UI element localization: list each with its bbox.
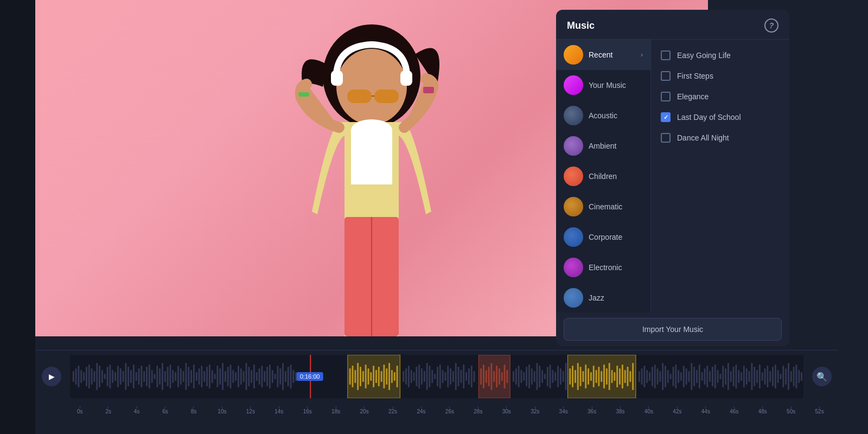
ruler-mark-1: 2s: [94, 406, 122, 414]
svg-rect-220: [673, 367, 674, 386]
svg-rect-110: [375, 370, 377, 383]
ruler-label-21: 42s: [673, 409, 681, 414]
svg-rect-100: [349, 368, 351, 385]
svg-rect-144: [465, 372, 467, 381]
category-item-cinematic[interactable]: Cinematic: [556, 192, 650, 222]
svg-rect-49: [167, 367, 169, 386]
ruler-label-7: 14s: [275, 409, 283, 414]
song-item-dance-all-night[interactable]: Dance All Night: [651, 127, 789, 148]
svg-rect-234: [709, 371, 711, 382]
waveform-track[interactable]: 0:16:00: [70, 355, 803, 398]
help-icon[interactable]: ?: [764, 18, 778, 33]
svg-rect-129: [426, 363, 428, 390]
svg-rect-131: [431, 370, 433, 383]
svg-rect-193: [598, 367, 599, 386]
song-item-elegance[interactable]: Elegance: [651, 86, 789, 107]
svg-rect-53: [177, 366, 179, 387]
svg-rect-48: [164, 371, 166, 382]
search-timeline-button[interactable]: 🔍: [812, 367, 832, 386]
ruler-label-18: 36s: [588, 409, 596, 414]
song-checkbox-last-day-of-school[interactable]: [661, 112, 671, 122]
svg-rect-198: [611, 370, 613, 383]
svg-rect-247: [743, 366, 745, 387]
import-button[interactable]: Import Your Music: [564, 318, 782, 341]
svg-rect-266: [793, 367, 795, 386]
svg-rect-252: [756, 370, 758, 383]
category-item-ambient[interactable]: Ambient: [556, 131, 650, 161]
waveform-svg: [70, 355, 803, 398]
svg-rect-258: [772, 367, 774, 386]
svg-rect-13: [73, 371, 74, 382]
svg-rect-71: [225, 371, 226, 382]
svg-rect-243: [733, 367, 735, 386]
svg-rect-28: [112, 370, 113, 383]
svg-rect-103: [357, 363, 359, 390]
svg-rect-47: [162, 363, 163, 390]
ruler-mark-10: 20s: [350, 406, 378, 414]
ruler-label-13: 26s: [445, 409, 454, 414]
svg-rect-192: [596, 370, 597, 383]
ruler-label-4: 8s: [191, 409, 197, 414]
category-item-acoustic[interactable]: Acoustic: [556, 100, 650, 131]
ruler-mark-20: 40s: [635, 406, 663, 414]
song-item-easy-going-life[interactable]: Easy Going Life: [651, 45, 789, 66]
ruler-label-8: 16s: [303, 409, 312, 414]
svg-rect-169: [536, 363, 538, 390]
ruler-label-11: 22s: [388, 409, 397, 414]
category-item-corporate[interactable]: Corporate: [556, 222, 650, 252]
ruler-mark-23: 46s: [720, 406, 748, 414]
category-item-your-music[interactable]: Your Music: [556, 70, 650, 100]
svg-rect-130: [429, 366, 431, 387]
svg-rect-77: [240, 368, 242, 385]
svg-rect-125: [416, 367, 417, 386]
svg-rect-178: [560, 368, 561, 385]
svg-rect-90: [275, 374, 276, 379]
ruler-label-5: 10s: [218, 409, 226, 414]
svg-rect-155: [496, 366, 497, 387]
sidebar: [0, 0, 35, 434]
svg-rect-73: [230, 365, 232, 388]
ruler-label-14: 28s: [474, 409, 482, 414]
song-list: Easy Going LifeFirst StepsEleganceLast D…: [651, 40, 789, 312]
svg-rect-200: [616, 366, 618, 387]
ruler-label-25: 50s: [787, 409, 795, 414]
svg-rect-142: [460, 370, 462, 383]
svg-rect-136: [444, 372, 446, 381]
ruler-mark-15: 30s: [493, 406, 521, 414]
svg-rect-102: [354, 370, 356, 383]
svg-rect-80: [248, 367, 250, 386]
svg-rect-34: [127, 367, 129, 386]
svg-rect-44: [154, 374, 156, 379]
song-checkbox-dance-all-night[interactable]: [661, 133, 671, 143]
category-item-electronic[interactable]: Electronic: [556, 252, 650, 283]
svg-rect-39: [141, 366, 142, 387]
song-checkbox-easy-going-life[interactable]: [661, 50, 671, 60]
svg-rect-132: [434, 374, 436, 379]
chevron-right-recent: ›: [641, 51, 643, 59]
category-item-recent[interactable]: Recent›: [556, 40, 650, 70]
svg-rect-250: [751, 363, 752, 390]
song-item-first-steps[interactable]: First Steps: [651, 66, 789, 86]
svg-rect-228: [693, 367, 695, 386]
svg-rect-264: [788, 363, 789, 390]
ruler-label-22: 44s: [701, 409, 710, 414]
ruler-mark-16: 32s: [521, 406, 549, 414]
category-icon-electronic: [564, 258, 583, 277]
play-button[interactable]: ▶: [42, 367, 61, 386]
svg-rect-187: [582, 371, 584, 382]
svg-rect-61: [199, 368, 200, 385]
song-item-last-day-of-school[interactable]: Last Day of School: [651, 107, 789, 127]
svg-rect-31: [120, 368, 122, 385]
category-label-cinematic: Cinematic: [589, 202, 622, 211]
svg-rect-29: [114, 372, 116, 381]
song-checkbox-first-steps[interactable]: [661, 71, 671, 81]
song-checkbox-elegance[interactable]: [661, 92, 671, 101]
category-icon-your-music: [564, 75, 583, 95]
category-item-children[interactable]: Children: [556, 161, 650, 192]
category-item-jazz[interactable]: Jazz: [556, 283, 650, 312]
svg-rect-62: [201, 366, 202, 387]
ruler-label-23: 46s: [730, 409, 738, 414]
ruler-mark-13: 26s: [436, 406, 464, 414]
svg-point-1: [336, 49, 407, 125]
category-icon-corporate: [564, 227, 583, 247]
